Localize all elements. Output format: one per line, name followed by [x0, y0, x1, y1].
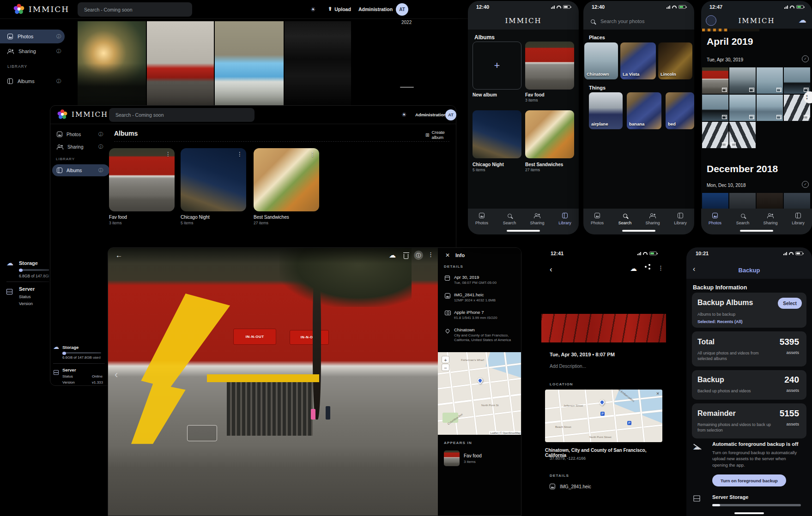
timeline-scrubber[interactable]	[400, 87, 414, 88]
info-icon[interactable]: ⓘ	[98, 144, 103, 150]
sidebar-item-photos[interactable]: Photos ⓘ	[0, 30, 65, 43]
album-card-fav-food[interactable]: ⋮	[109, 148, 175, 211]
theme-toggle-sun-icon[interactable]: ☀	[401, 111, 407, 118]
nav-library[interactable]: Library	[551, 212, 579, 225]
close-icon[interactable]: ✕	[445, 252, 450, 258]
avatar[interactable]: AT	[396, 3, 408, 16]
home-indicator[interactable]	[740, 230, 773, 232]
album-card-chicago-night[interactable]	[473, 110, 521, 158]
avatar[interactable]: AT	[445, 109, 456, 120]
turn-on-foreground-backup-button[interactable]: Turn on foreground backup	[712, 474, 786, 486]
more-menu-icon[interactable]: ⋮	[658, 264, 664, 271]
info-icon[interactable]: ⓘ	[56, 78, 61, 84]
photo-thumbnail[interactable]	[784, 67, 810, 94]
home-indicator[interactable]	[734, 512, 764, 514]
photo-thumbnail[interactable]	[729, 122, 756, 148]
more-menu-icon[interactable]: ⋮	[428, 251, 434, 258]
nav-search[interactable]: Search	[496, 212, 523, 225]
nav-sharing[interactable]: Sharing	[639, 212, 667, 225]
map-close-icon[interactable]: ✕	[656, 391, 660, 396]
photo-thumbnail[interactable]	[757, 67, 783, 94]
administration-link[interactable]: Administration	[415, 112, 446, 117]
home-indicator[interactable]	[507, 230, 540, 232]
select-day-check-icon[interactable]: ✓	[802, 181, 809, 188]
photo-thumbnail[interactable]	[702, 67, 728, 94]
create-album-button[interactable]: ⊞ Create album	[425, 130, 456, 140]
info-icon[interactable]: ⓘ	[414, 251, 423, 260]
photo-thumbnail[interactable]	[702, 193, 728, 209]
photo-thumbnail[interactable]	[702, 122, 728, 148]
thing-tile-banana[interactable]: banana	[627, 92, 661, 129]
select-day-check-icon[interactable]: ✓	[802, 55, 809, 62]
trash-icon[interactable]	[404, 254, 408, 259]
photo-thumbnail[interactable]	[757, 95, 783, 121]
appears-in-album-row[interactable]: Fav food 3 items	[444, 449, 518, 468]
nav-photos[interactable]: Photos	[701, 212, 729, 225]
info-icon[interactable]: ⓘ	[98, 167, 103, 174]
photo-thumbnail[interactable]	[729, 95, 756, 121]
nav-photos[interactable]: Photos	[468, 212, 496, 225]
map-zoom-out-button[interactable]: −	[442, 364, 449, 371]
info-icon[interactable]: ⓘ	[56, 33, 61, 40]
search-input[interactable]: Search - Coming soon	[78, 2, 192, 17]
photo-strip[interactable]	[541, 314, 666, 342]
photo-thumbnail[interactable]	[215, 21, 284, 105]
place-tile-la-vista[interactable]: La Vista	[620, 42, 656, 79]
search-input[interactable]: Search your photos	[591, 18, 644, 24]
description-field[interactable]: Add Description...	[550, 364, 586, 369]
map-zoom-in-button[interactable]: +	[442, 356, 449, 363]
immich-logo[interactable]: IMMICH	[13, 3, 69, 15]
back-arrow-icon[interactable]: ←	[115, 251, 122, 259]
sidebar-item-photos[interactable]: Photos ⓘ	[52, 128, 109, 140]
album-menu-icon[interactable]: ⋮	[165, 151, 171, 157]
back-arrow-icon[interactable]: ‹	[550, 265, 552, 274]
upload-cloud-icon[interactable]: ☁	[389, 252, 396, 258]
share-icon[interactable]	[645, 266, 647, 268]
album-card-best-sandwiches[interactable]: ⋮	[254, 148, 319, 211]
thing-tile-bed[interactable]: bed	[666, 92, 694, 129]
thing-tile-airplane[interactable]: airplane	[589, 92, 623, 129]
theme-toggle-sun-icon[interactable]: ☀	[310, 6, 316, 13]
album-card-chicago-night[interactable]: ⋮	[181, 148, 246, 211]
previous-photo-arrow[interactable]: ‹	[115, 369, 118, 381]
nav-sharing[interactable]: Sharing	[523, 212, 551, 225]
place-tile-lincoln[interactable]: Lincoln	[658, 42, 692, 79]
place-tile-chinatown[interactable]: Chinatown	[584, 42, 618, 79]
administration-link[interactable]: Administration	[358, 6, 393, 12]
nav-photos[interactable]: Photos	[583, 212, 611, 225]
album-card-best-sandwiches[interactable]	[525, 110, 574, 158]
sidebar-item-albums[interactable]: Albums ⓘ	[0, 74, 65, 88]
photo-thumbnail[interactable]	[729, 193, 756, 209]
photo-thumbnail[interactable]	[757, 193, 783, 209]
album-menu-icon[interactable]: ⋮	[237, 151, 242, 157]
nav-search[interactable]: Search	[729, 212, 757, 225]
photo-thumbnail[interactable]	[784, 193, 810, 209]
location-map[interactable]: The Embarcadero Jefferson Street Beach S…	[545, 390, 662, 442]
photo-thumbnail[interactable]	[78, 21, 146, 105]
album-name[interactable]: Fav food	[109, 215, 127, 220]
nav-sharing[interactable]: Sharing	[757, 212, 784, 225]
backup-cloud-icon[interactable]: ☁	[799, 16, 806, 24]
nav-library[interactable]: Library	[667, 212, 694, 225]
album-name[interactable]: Chicago Night	[181, 215, 210, 220]
sidebar-item-sharing[interactable]: Sharing ⓘ	[52, 141, 109, 153]
sidebar-item-albums[interactable]: Albums ⓘ	[52, 164, 109, 176]
nav-library[interactable]: Library	[784, 212, 812, 225]
album-menu-icon[interactable]: ⋮	[310, 151, 315, 157]
nav-search[interactable]: Search	[611, 212, 639, 225]
info-icon[interactable]: ⓘ	[98, 131, 103, 138]
photo-thumbnail[interactable]	[702, 95, 728, 121]
new-album-card[interactable]: +	[473, 42, 521, 90]
photo-thumbnail[interactable]	[147, 21, 214, 105]
info-icon[interactable]: ⓘ	[56, 48, 61, 54]
album-card-fav-food[interactable]	[525, 42, 574, 90]
upload-button[interactable]: ⬆ Upload	[328, 6, 351, 12]
select-button[interactable]: Select	[778, 298, 802, 309]
home-indicator[interactable]	[622, 230, 655, 232]
search-input[interactable]: Search - Coming soon	[109, 108, 255, 122]
photo-thumbnail[interactable]	[285, 21, 351, 105]
upload-cloud-icon[interactable]: ☁	[630, 265, 637, 272]
immich-logo[interactable]: IMMICH	[57, 109, 108, 120]
sidebar-item-sharing[interactable]: Sharing ⓘ	[0, 44, 65, 58]
album-name[interactable]: Best Sandwiches	[254, 215, 289, 220]
